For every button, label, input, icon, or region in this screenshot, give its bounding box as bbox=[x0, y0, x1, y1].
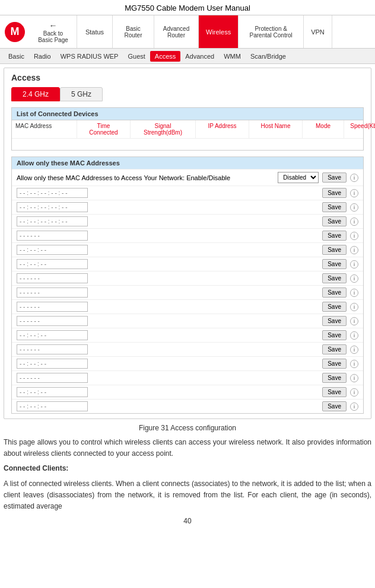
sub-nav-radio[interactable]: Radio bbox=[29, 51, 56, 62]
mac-entry-row-1: Save i bbox=[12, 186, 363, 200]
protection-label: Protection & Parental Control bbox=[250, 25, 293, 39]
col-time-connected: Time Connected bbox=[77, 120, 131, 138]
info-icon-10[interactable]: i bbox=[350, 317, 358, 325]
back-label: Back to Basic Page bbox=[38, 30, 68, 43]
intro-paragraph: This page allows you to control which wi… bbox=[4, 437, 371, 459]
wireless-label: Wireless bbox=[206, 28, 231, 36]
page-number: 40 bbox=[0, 517, 375, 525]
sub-nav-wmm[interactable]: WMM bbox=[219, 51, 246, 62]
mac-input-13[interactable] bbox=[17, 359, 88, 369]
save-button-2[interactable]: Save bbox=[322, 202, 347, 212]
sub-nav-wps[interactable]: WPS RADIUS WEP bbox=[56, 51, 123, 62]
save-button-13[interactable]: Save bbox=[322, 359, 347, 369]
sub-nav-basic[interactable]: Basic bbox=[4, 51, 29, 62]
nav-item-basic-router[interactable]: Basic Router bbox=[113, 15, 154, 48]
mac-entry-row-15: Save i bbox=[12, 385, 363, 399]
col-mac-address: MAC Address bbox=[12, 120, 77, 138]
save-button-14[interactable]: Save bbox=[322, 373, 347, 383]
mac-input-8[interactable] bbox=[17, 287, 88, 298]
col-ip-address: IP Address bbox=[196, 120, 249, 138]
mac-entry-row-13: Save i bbox=[12, 356, 363, 370]
mac-enable-row: Allow only these MAC Addresses to Access… bbox=[12, 169, 363, 186]
info-icon-12[interactable]: i bbox=[350, 346, 358, 354]
save-button-1[interactable]: Save bbox=[322, 188, 347, 198]
mac-entry-row-4: Save i bbox=[12, 228, 363, 242]
mac-input-5[interactable] bbox=[17, 245, 88, 255]
vpn-label: VPN bbox=[311, 28, 325, 36]
save-button-5[interactable]: Save bbox=[322, 245, 347, 255]
info-icon-16[interactable]: i bbox=[350, 402, 358, 411]
mac-input-16[interactable] bbox=[17, 401, 88, 411]
nav-item-advanced-router[interactable]: Advanced Router bbox=[154, 15, 199, 48]
save-button-8[interactable]: Save bbox=[322, 287, 347, 298]
save-button-6[interactable]: Save bbox=[322, 259, 347, 269]
save-button-4[interactable]: Save bbox=[322, 231, 347, 241]
mac-save-button-top[interactable]: Save bbox=[322, 172, 347, 183]
sub-nav-guest[interactable]: Guest bbox=[123, 51, 150, 62]
save-button-10[interactable]: Save bbox=[322, 316, 347, 326]
mac-input-9[interactable] bbox=[17, 302, 88, 312]
mac-entry-row-7: Save i bbox=[12, 271, 363, 285]
mac-input-6[interactable] bbox=[17, 259, 88, 269]
mac-input-10[interactable] bbox=[17, 316, 88, 326]
sub-nav-scan[interactable]: Scan/Bridge bbox=[246, 51, 291, 62]
page-title: MG7550 Cable Modem User Manual bbox=[0, 0, 375, 15]
info-icon-11[interactable]: i bbox=[350, 331, 358, 340]
mac-input-1[interactable] bbox=[17, 188, 88, 198]
mac-input-15[interactable] bbox=[17, 387, 88, 397]
info-icon-6[interactable]: i bbox=[350, 260, 358, 269]
mac-input-2[interactable] bbox=[17, 202, 88, 212]
freq-tab-2ghz[interactable]: 2.4 GHz bbox=[11, 87, 60, 101]
info-icon-4[interactable]: i bbox=[350, 232, 358, 240]
save-button-16[interactable]: Save bbox=[322, 401, 347, 411]
mac-addresses-section: Allow only these MAC Addresses Allow onl… bbox=[11, 156, 364, 414]
table-column-headers: MAC Address Time Connected Signal Streng… bbox=[12, 120, 363, 138]
mac-input-3[interactable] bbox=[17, 216, 88, 226]
mac-enable-dropdown[interactable]: Disabled Enabled bbox=[278, 172, 319, 183]
mac-entry-row-14: Save i bbox=[12, 370, 363, 385]
info-icon-15[interactable]: i bbox=[350, 388, 358, 397]
info-icon-9[interactable]: i bbox=[350, 303, 358, 311]
info-icon-3[interactable]: i bbox=[350, 218, 358, 226]
advanced-router-label: Advanced Router bbox=[163, 25, 189, 39]
save-button-7[interactable]: Save bbox=[322, 273, 347, 283]
save-button-9[interactable]: Save bbox=[322, 302, 347, 312]
col-speed: Speed(Kbps) bbox=[344, 120, 375, 138]
info-icon-5[interactable]: i bbox=[350, 246, 358, 254]
mac-entry-row-6: Save i bbox=[12, 257, 363, 271]
sub-nav: Basic Radio WPS RADIUS WEP Guest Access … bbox=[0, 49, 375, 64]
mac-entry-row-2: Save i bbox=[12, 200, 363, 214]
back-arrow-icon: ← bbox=[49, 21, 58, 30]
info-icon-13[interactable]: i bbox=[350, 360, 358, 368]
mac-input-14[interactable] bbox=[17, 373, 88, 383]
info-icon-1[interactable]: i bbox=[350, 189, 358, 197]
info-icon-7[interactable]: i bbox=[350, 274, 358, 283]
nav-item-vpn[interactable]: VPN bbox=[304, 15, 332, 48]
save-button-11[interactable]: Save bbox=[322, 330, 347, 340]
nav-item-protection[interactable]: Protection & Parental Control bbox=[239, 15, 304, 48]
save-button-3[interactable]: Save bbox=[322, 216, 347, 226]
mac-enable-label: Allow only these MAC Addresses to Access… bbox=[17, 174, 274, 181]
freq-tab-5ghz[interactable]: 5 GHz bbox=[60, 87, 103, 101]
back-to-basic-button[interactable]: ← Back to Basic Page bbox=[30, 15, 77, 48]
nav-item-wireless[interactable]: Wireless bbox=[199, 15, 239, 48]
info-icon-top[interactable]: i bbox=[350, 174, 358, 182]
info-icon-14[interactable]: i bbox=[350, 374, 358, 382]
mac-input-7[interactable] bbox=[17, 273, 88, 283]
mac-input-12[interactable] bbox=[17, 344, 88, 354]
info-icon-8[interactable]: i bbox=[350, 289, 358, 297]
freq-tabs: 2.4 GHz 5 GHz bbox=[11, 87, 364, 101]
connected-clients-body: A list of connected wireless clients. Wh… bbox=[4, 478, 371, 513]
nav-item-status[interactable]: Status bbox=[77, 15, 113, 48]
mac-entry-row-16: Save i bbox=[12, 399, 363, 413]
info-icon-2[interactable]: i bbox=[350, 203, 358, 212]
col-signal-strength: Signal Strength(dBm) bbox=[131, 120, 196, 138]
mac-input-11[interactable] bbox=[17, 330, 88, 340]
save-button-12[interactable]: Save bbox=[322, 344, 347, 354]
sub-nav-advanced[interactable]: Advanced bbox=[180, 51, 219, 62]
main-content: Access 2.4 GHz 5 GHz List of Connected D… bbox=[4, 68, 371, 419]
mac-input-4[interactable] bbox=[17, 231, 88, 241]
save-button-15[interactable]: Save bbox=[322, 387, 347, 397]
sub-nav-access[interactable]: Access bbox=[150, 51, 180, 62]
mac-header: Allow only these MAC Addresses bbox=[12, 157, 363, 169]
